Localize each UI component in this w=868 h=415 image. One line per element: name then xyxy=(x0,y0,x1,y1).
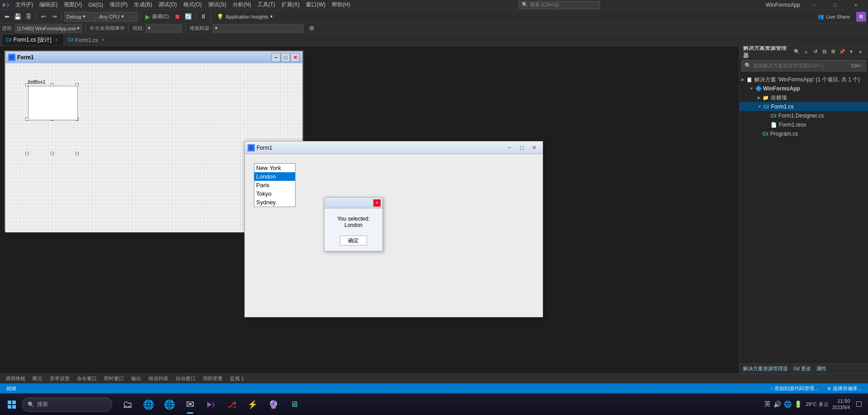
runtime-min-btn[interactable]: − xyxy=(504,143,515,153)
start-button[interactable] xyxy=(4,396,20,413)
close-button[interactable]: × xyxy=(845,0,866,10)
main-search-box[interactable]: 🔍 搜索 (Ctrl+Q) xyxy=(519,1,600,9)
debug-dropdown[interactable]: Debug ▾ xyxy=(64,12,96,22)
se-deps-node[interactable]: ▶ 📁 依赖项 xyxy=(739,93,868,102)
bp-tab-command[interactable]: 命令窗口 xyxy=(73,374,100,383)
dialog-ok-button[interactable]: 确定 xyxy=(340,236,367,245)
cpu-dropdown[interactable]: Any CPU ▾ xyxy=(97,12,138,22)
se-footer-link3[interactable]: 属性 xyxy=(816,365,826,372)
se-collapse-btn[interactable]: ⊟ xyxy=(820,48,828,56)
taskbar-files-app[interactable]: 🗂 xyxy=(118,395,138,415)
process-dropdown[interactable]: [17480] WinFormsApp.exe ▾ xyxy=(15,24,82,33)
taskbar-vscode-app[interactable]: ⚡ xyxy=(243,395,262,415)
bp-tab-immediate[interactable]: 即时窗口 xyxy=(100,374,128,383)
taskbar-vs-app[interactable] xyxy=(201,395,221,415)
network-icon[interactable]: 🌐 xyxy=(784,401,792,408)
listbox-item-london[interactable]: London xyxy=(254,172,295,181)
se-form1cs-node[interactable]: ▼ C# Form1.cs xyxy=(739,102,868,111)
menu-view[interactable]: 视图(V) xyxy=(61,0,85,9)
se-pin-btn[interactable]: 📌 xyxy=(838,48,846,56)
lang-icon[interactable]: 英 xyxy=(764,400,771,408)
taskbar-monitor-app[interactable]: 🖥 xyxy=(284,395,304,415)
se-form1designer-node[interactable]: ▶ C# Form1.Designer.cs xyxy=(739,111,868,120)
menu-build[interactable]: 生成(B) xyxy=(131,0,155,9)
menu-help[interactable]: 帮助(H) xyxy=(329,0,353,9)
taskbar-purple-app[interactable]: 🔮 xyxy=(263,395,283,415)
se-solution-node[interactable]: ▶ 📋 解决方案 'WinFormsApp' (1 个项目, 共 1 个) xyxy=(739,75,868,84)
taskbar-mail-app[interactable]: ✉ xyxy=(180,395,200,415)
toolbar-undo-btn[interactable]: ↩ xyxy=(38,12,48,22)
se-programcs-node[interactable]: ▶ C# Program.cs xyxy=(739,129,868,138)
se-settings-btn[interactable]: ⚙ xyxy=(829,48,837,56)
listbox-item-tokyo[interactable]: Tokyo xyxy=(254,189,295,198)
menu-file[interactable]: 文件(F) xyxy=(13,0,36,9)
menu-test[interactable]: 测试(S) xyxy=(205,0,229,9)
r-icon-btn[interactable]: R xyxy=(856,12,866,22)
se-close-btn[interactable]: × xyxy=(856,48,864,56)
menu-analyze[interactable]: 分析(N) xyxy=(230,0,254,9)
menu-window[interactable]: 窗口(W) xyxy=(303,0,328,9)
runtime-close-btn[interactable]: ✕ xyxy=(528,143,540,153)
show-desktop-btn[interactable] xyxy=(854,399,864,410)
stack-dropdown[interactable]: ▾ xyxy=(213,24,303,33)
se-project-node[interactable]: ▼ 🔷 WinFormsApp xyxy=(739,84,868,93)
se-form1resx-node[interactable]: ▶ 📄 Form1.resx xyxy=(739,120,868,129)
menu-git[interactable]: Git(G) xyxy=(86,1,106,9)
toolbar-save-btn[interactable]: 💾 xyxy=(13,12,23,22)
se-search-btn[interactable]: 🔍 xyxy=(793,48,801,56)
designer-listbox[interactable] xyxy=(28,86,78,120)
se-more-btn[interactable]: ▾ xyxy=(847,48,855,56)
se-refresh-btn[interactable]: ↺ xyxy=(811,48,819,56)
bp-tab-watch[interactable]: 监视 1 xyxy=(226,374,248,383)
tab-close-design[interactable]: × xyxy=(53,37,60,43)
se-search-input[interactable] xyxy=(753,63,849,68)
listbox-item-paris[interactable]: Paris xyxy=(254,181,295,189)
menu-format[interactable]: 格式(O) xyxy=(181,0,205,9)
thread-dropdown[interactable]: ▾ xyxy=(146,24,182,33)
menu-edit[interactable]: 编辑(E) xyxy=(37,0,60,9)
se-footer-link2[interactable]: Git 更改 xyxy=(793,365,811,372)
run-button[interactable]: ▶ 接调(C) xyxy=(143,12,172,21)
tab-close-cs[interactable]: × xyxy=(100,37,106,43)
menu-extensions[interactable]: 扩展(X) xyxy=(279,0,302,9)
toolbar-restart-btn[interactable]: 🔄 xyxy=(183,12,193,22)
tb2-settings-btn[interactable]: ⚙ xyxy=(307,24,317,33)
form-designer-min-btn[interactable]: − xyxy=(272,53,281,62)
tab-form1-cs[interactable]: C# Form1.cs × xyxy=(64,34,110,46)
menu-debug[interactable]: 调试(D) xyxy=(156,0,180,9)
bp-tab-autos[interactable]: 自动窗口 xyxy=(172,374,199,383)
taskbar-clock[interactable]: 11:50 2023/9/4 xyxy=(832,398,850,411)
listbox-item-sydney[interactable]: Sydney xyxy=(254,198,295,207)
menu-project[interactable]: 项目(P) xyxy=(107,0,130,9)
runtime-max-btn[interactable]: □ xyxy=(516,143,528,153)
runtime-listbox[interactable]: New York London Paris Tokyo Sydney xyxy=(254,163,296,207)
bp-tab-output[interactable]: 输出 xyxy=(128,374,145,383)
listbox-item-newyork[interactable]: New York xyxy=(254,164,295,172)
toolbar-pause-btn[interactable]: ⏸ xyxy=(198,12,208,22)
maximize-button[interactable]: □ xyxy=(825,0,845,10)
toolbar-redo-btn[interactable]: ↪ xyxy=(49,12,59,22)
insights-button[interactable]: 💡 Application Insights ▾ xyxy=(213,13,277,21)
taskbar-search-box[interactable]: 🔍 搜索 xyxy=(22,397,112,412)
menu-tools[interactable]: 工具(T) xyxy=(255,0,278,9)
bp-tab-breakpoints[interactable]: 断点 xyxy=(29,374,46,383)
taskbar-edge-app[interactable]: 🌐 xyxy=(159,395,179,415)
tab-form1-design[interactable]: C# Form1.cs [设计] × xyxy=(2,34,64,46)
se-footer-link1[interactable]: 解决方案资源管理器 xyxy=(743,365,788,372)
taskbar-git-app[interactable]: ⎇ xyxy=(222,395,242,415)
speaker-icon[interactable]: 🔊 xyxy=(773,401,781,408)
bp-tab-exceptions[interactable]: 异常设置 xyxy=(46,374,73,383)
toolbar-back-btn[interactable]: ⬅ xyxy=(2,12,12,22)
form-designer-close-btn[interactable]: ✕ xyxy=(291,53,300,62)
taskbar-browser-app[interactable]: 🌐 xyxy=(138,395,158,415)
status-repo[interactable]: ⊕ 选择存储库... xyxy=(825,385,864,392)
dialog-close-button[interactable]: × xyxy=(373,199,381,207)
se-search-box[interactable]: 🔍 Ctrl+; xyxy=(741,60,866,71)
status-ready[interactable]: 就绪 xyxy=(4,385,19,392)
status-source-control[interactable]: ↑ 添加到源代码管理... xyxy=(768,385,821,392)
live-share-button[interactable]: 👥 Live Share xyxy=(814,13,854,20)
bp-tab-locals[interactable]: 局部变量 xyxy=(199,374,226,383)
toolbar-stop-btn[interactable]: ⏹ xyxy=(172,12,182,22)
toolbar-save-all-btn[interactable]: 🗄 xyxy=(24,12,33,22)
bp-tab-callstack[interactable]: 调用堆栈 xyxy=(2,374,29,383)
